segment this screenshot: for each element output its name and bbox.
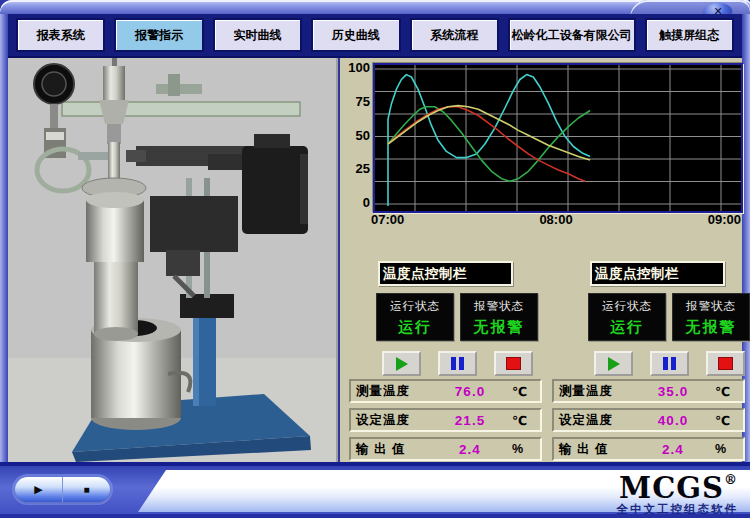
start-button[interactable]: [382, 351, 421, 376]
stop-button[interactable]: [494, 351, 533, 376]
reading-unit: ℃: [715, 384, 743, 399]
registered-mark: ®: [724, 472, 738, 487]
start-button[interactable]: [594, 351, 633, 376]
y-tick-75: 75: [356, 96, 370, 108]
reading-label: 测量温度: [351, 383, 428, 400]
y-tick-0: 0: [363, 197, 370, 209]
play-icon: ▶: [34, 484, 42, 495]
temp-control-panel-2: 温度点控制栏 运行状态 运行 报警状态 无报警: [558, 258, 750, 378]
panel-title: 温度点控制栏: [590, 261, 725, 286]
alarm-status-label: 报警状态: [673, 299, 749, 314]
status-bar: ▶ ■ MCGS® 全中文工控组态软件: [0, 462, 750, 518]
table-row: 测量温度 35.0 ℃: [552, 379, 745, 403]
run-status-label: 运行状态: [377, 299, 453, 314]
play-icon: [396, 357, 408, 371]
reading-value: 35.0: [631, 384, 715, 399]
reading-value: 40.0: [631, 413, 715, 428]
reading-label: 测量温度: [554, 383, 631, 400]
nav-bar: 报表系统 报警指示 实时曲线 历史曲线 系统流程 松岭化工设备有限公司 触摸屏组…: [8, 14, 742, 58]
table-row: 测量温度 76.0 ℃: [349, 379, 542, 403]
brand-name: MCGS®: [617, 466, 739, 502]
equipment-illustration: [8, 58, 336, 462]
nav-button-system-flow[interactable]: 系统流程: [410, 18, 499, 52]
reading-label: 输 出 值: [351, 441, 428, 458]
trend-plot-area: [375, 65, 741, 211]
nav-button-touchscreen-config[interactable]: 触摸屏组态: [645, 18, 734, 52]
mcgs-logo: MCGS® 全中文工控组态软件: [617, 466, 739, 517]
run-status-value: 运行: [589, 318, 665, 337]
alarm-status-display: 报警状态 无报警: [460, 293, 538, 341]
equipment-photo: [8, 58, 338, 462]
table-row: 设定温度 21.5 ℃: [349, 408, 542, 432]
runtime-control-pill: ▶ ■: [15, 477, 110, 502]
y-tick-25: 25: [356, 163, 370, 175]
nav-button-realtime-curve[interactable]: 实时曲线: [213, 18, 302, 52]
stop-button[interactable]: [706, 351, 745, 376]
y-tick-100: 100: [348, 62, 370, 74]
window-border-left: [0, 14, 8, 462]
nav-button-history-curve[interactable]: 历史曲线: [311, 18, 400, 52]
table-row: 设定温度 40.0 ℃: [552, 408, 745, 432]
reading-label: 设定温度: [351, 412, 428, 429]
alarm-status-value: 无报警: [673, 318, 749, 337]
stop-icon: ■: [83, 485, 89, 495]
reading-label: 设定温度: [554, 412, 631, 429]
reading-value: 21.5: [428, 413, 512, 428]
x-tick-0800: 08:00: [539, 212, 572, 227]
realtime-trend-chart: [373, 63, 743, 213]
pause-icon: [663, 357, 676, 370]
y-tick-50: 50: [356, 130, 370, 142]
pause-button[interactable]: [438, 351, 477, 376]
reading-unit: ℃: [512, 413, 540, 428]
runtime-play-button[interactable]: ▶: [15, 477, 63, 502]
play-icon: [608, 357, 620, 371]
run-status-display: 运行状态 运行: [588, 293, 666, 341]
alarm-status-value: 无报警: [461, 318, 537, 337]
run-status-display: 运行状态 运行: [376, 293, 454, 341]
pause-button[interactable]: [650, 351, 689, 376]
nav-button-company[interactable]: 松岭化工设备有限公司: [508, 18, 636, 52]
reading-unit: ℃: [715, 413, 743, 428]
runtime-stop-button[interactable]: ■: [63, 477, 110, 502]
x-tick-0700: 07:00: [371, 212, 404, 227]
reading-label: 输 出 值: [554, 441, 631, 458]
run-status-label: 运行状态: [589, 299, 665, 314]
chart-x-axis-labels: 07:00 08:00 09:00: [371, 212, 741, 227]
brand-tagline: 全中文工控组态软件: [617, 502, 739, 517]
table-row: 输 出 值 2.4 %: [349, 437, 542, 461]
reading-unit: %: [715, 442, 743, 456]
alarm-status-display: 报警状态 无报警: [672, 293, 750, 341]
stop-icon: [506, 357, 521, 370]
readings-table-1: 测量温度 76.0 ℃ 设定温度 21.5 ℃ 输 出 值 2.4 %: [349, 379, 542, 466]
reading-value: 76.0: [428, 384, 512, 399]
x-tick-0900: 09:00: [708, 212, 741, 227]
reading-value: 2.4: [428, 442, 512, 457]
readings-table-2: 测量温度 35.0 ℃ 设定温度 40.0 ℃ 输 出 值 2.4 %: [552, 379, 745, 466]
nav-button-report-system[interactable]: 报表系统: [16, 18, 105, 52]
nav-button-alarm-indication[interactable]: 报警指示: [114, 18, 203, 52]
chart-y-axis-labels: 100 75 50 25 0: [343, 62, 370, 209]
pause-icon: [451, 357, 464, 370]
reading-unit: %: [512, 442, 540, 456]
alarm-status-label: 报警状态: [461, 299, 537, 314]
run-status-value: 运行: [377, 318, 453, 337]
stop-icon: [718, 357, 733, 370]
table-row: 输 出 值 2.4 %: [552, 437, 745, 461]
panel-title: 温度点控制栏: [378, 261, 513, 286]
reading-value: 2.4: [631, 442, 715, 457]
reading-unit: ℃: [512, 384, 540, 399]
temp-control-panel-1: 温度点控制栏 运行状态 运行 报警状态 无报警: [346, 258, 546, 378]
